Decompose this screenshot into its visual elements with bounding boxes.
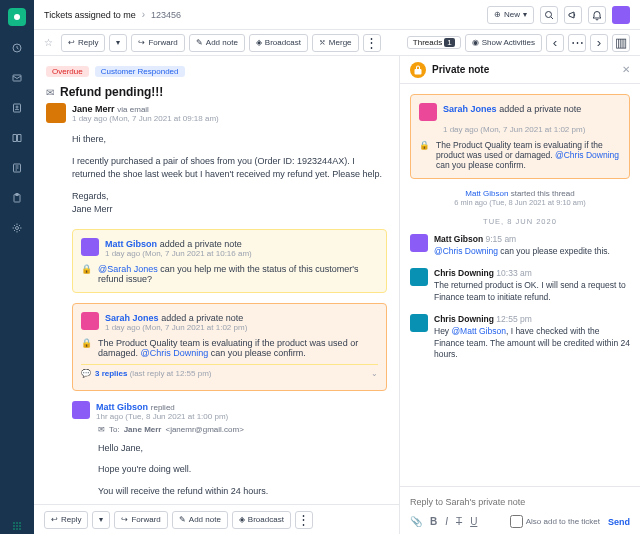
- dashboard-icon[interactable]: [9, 40, 25, 56]
- also-add-checkbox[interactable]: Also add to the ticket: [510, 515, 600, 528]
- send-button[interactable]: Send: [608, 517, 630, 527]
- show-activities-button[interactable]: ◉ Show Activities: [465, 34, 542, 52]
- contacts-icon[interactable]: [9, 100, 25, 116]
- broadcast-button[interactable]: ◈ Broadcast: [249, 34, 308, 52]
- strike-icon[interactable]: T: [456, 516, 462, 527]
- action-toolbar: ☆ ↩ Reply ▾ ↪ Forward ✎ Add note ◈ Broad…: [34, 30, 640, 56]
- prev-icon[interactable]: ‹: [546, 34, 564, 52]
- underline-icon[interactable]: U: [470, 516, 477, 527]
- conversation-pane: Overdue Customer Responded ✉ Refund pend…: [34, 56, 400, 534]
- lock-icon: 🔒: [81, 338, 92, 348]
- add-note-button[interactable]: ✎ Add note: [172, 511, 228, 529]
- reply-dropdown[interactable]: ▾: [92, 511, 110, 529]
- add-note-button[interactable]: ✎ Add note: [189, 34, 245, 52]
- reply-button[interactable]: ↩ Reply: [61, 34, 105, 52]
- agent-avatar[interactable]: [410, 268, 428, 286]
- overdue-tag[interactable]: Overdue: [46, 66, 89, 77]
- thread-started: Matt Gibson started this thread 6 min ag…: [410, 189, 630, 207]
- agent-avatar[interactable]: [410, 234, 428, 252]
- forward-button[interactable]: ↪ Forward: [131, 34, 184, 52]
- forward-button[interactable]: ↪ Forward: [114, 511, 167, 529]
- lock-icon: 🔒: [81, 264, 92, 274]
- reply-box: 📎 B I T U Also add to the ticket Send: [400, 486, 640, 534]
- left-rail: [0, 0, 34, 534]
- bottom-toolbar: ↩ Reply ▾ ↪ Forward ✎ Add note ◈ Broadca…: [34, 504, 399, 534]
- inbox-icon[interactable]: [9, 70, 25, 86]
- close-icon[interactable]: ✕: [622, 64, 630, 75]
- lock-icon: [410, 62, 426, 78]
- chevron-down-icon: ⌄: [371, 369, 378, 378]
- reply-message: Matt Gibson replied 1hr ago (Tue, 8 Jun …: [72, 401, 387, 505]
- threads-badge[interactable]: Threads 1: [407, 36, 461, 49]
- ticket-id: 123456: [151, 10, 181, 20]
- ticket-subject: Refund pending!!!: [60, 85, 163, 99]
- agent-avatar[interactable]: [410, 314, 428, 332]
- private-note-2: Sarah Jones added a private note 1 day a…: [72, 303, 387, 391]
- ticket-timestamp: 1 day ago (Mon, 7 Jun 2021 at 09:18 am): [72, 114, 219, 123]
- announce-icon[interactable]: [564, 6, 582, 24]
- kb-icon[interactable]: [9, 130, 25, 146]
- reply-button[interactable]: ↩ Reply: [44, 511, 88, 529]
- settings-icon[interactable]: [9, 220, 25, 236]
- italic-icon[interactable]: I: [445, 516, 448, 527]
- svg-point-14: [19, 525, 21, 527]
- breadcrumb-sep: ›: [142, 9, 145, 20]
- bell-icon[interactable]: [588, 6, 606, 24]
- apps-icon[interactable]: [9, 518, 25, 534]
- bold-icon[interactable]: B: [430, 516, 437, 527]
- agent-avatar[interactable]: [419, 103, 437, 121]
- svg-point-17: [19, 528, 21, 530]
- ticket-body: Hi there, I recently purchased a pair of…: [46, 133, 387, 217]
- svg-point-8: [16, 227, 19, 230]
- requester-name[interactable]: Jane Merr: [72, 104, 115, 114]
- user-avatar[interactable]: [612, 6, 630, 24]
- reply-input[interactable]: [410, 493, 630, 511]
- svg-point-18: [546, 11, 552, 17]
- svg-point-16: [16, 528, 18, 530]
- broadcast-button[interactable]: ◈ Broadcast: [232, 511, 291, 529]
- svg-point-10: [16, 522, 18, 524]
- replies-toggle[interactable]: 💬 3 replies (last reply at 12:55 pm) ⌄: [81, 364, 378, 382]
- thread-message: Chris Downing 10:33 am The returned prod…: [410, 268, 630, 304]
- svg-point-0: [14, 14, 20, 20]
- new-button[interactable]: ⊕ New ▾: [487, 6, 534, 24]
- svg-point-4: [16, 106, 18, 108]
- expand-icon[interactable]: ▥: [612, 34, 630, 52]
- thread-message: Chris Downing 12:55 pm Hey @Matt Gibson,…: [410, 314, 630, 362]
- lock-icon: 🔒: [419, 140, 430, 170]
- agent-avatar[interactable]: [81, 312, 99, 330]
- topbar: Tickets assigned to me › 123456 ⊕ New ▾: [34, 0, 640, 30]
- more-nav-icon[interactable]: ⋯: [568, 34, 586, 52]
- merge-button[interactable]: ⤲ Merge: [312, 34, 359, 52]
- svg-point-11: [19, 522, 21, 524]
- attach-icon[interactable]: 📎: [410, 516, 422, 527]
- requester-avatar[interactable]: [46, 103, 66, 123]
- clipboard-icon[interactable]: [9, 190, 25, 206]
- svg-point-13: [16, 525, 18, 527]
- svg-point-12: [13, 525, 15, 527]
- responded-tag[interactable]: Customer Responded: [95, 66, 185, 77]
- next-icon[interactable]: ›: [590, 34, 608, 52]
- envelope-icon: ✉: [46, 87, 54, 98]
- private-note-1: Matt Gibson added a private note 1 day a…: [72, 229, 387, 293]
- app-logo[interactable]: [8, 8, 26, 26]
- reply-dropdown[interactable]: ▾: [109, 34, 127, 52]
- envelope-icon: ✉: [98, 425, 105, 434]
- agent-avatar[interactable]: [72, 401, 90, 419]
- private-note-panel: Private note ✕ Sarah Jones added a priva…: [400, 56, 640, 534]
- thread-message: Matt Gibson 9:15 am @Chris Downing can y…: [410, 234, 630, 258]
- panel-title: Private note: [432, 64, 616, 75]
- reports-icon[interactable]: [9, 160, 25, 176]
- svg-point-15: [13, 528, 15, 530]
- agent-avatar[interactable]: [81, 238, 99, 256]
- breadcrumb-parent[interactable]: Tickets assigned to me: [44, 10, 136, 20]
- star-icon[interactable]: ☆: [44, 37, 53, 48]
- search-icon[interactable]: [540, 6, 558, 24]
- date-divider: TUE, 8 JUN 2020: [410, 217, 630, 226]
- more-icon[interactable]: ⋮: [295, 511, 313, 529]
- panel-note-card: Sarah Jones added a private note 1 day a…: [410, 94, 630, 179]
- more-icon[interactable]: ⋮: [363, 34, 381, 52]
- svg-point-9: [13, 522, 15, 524]
